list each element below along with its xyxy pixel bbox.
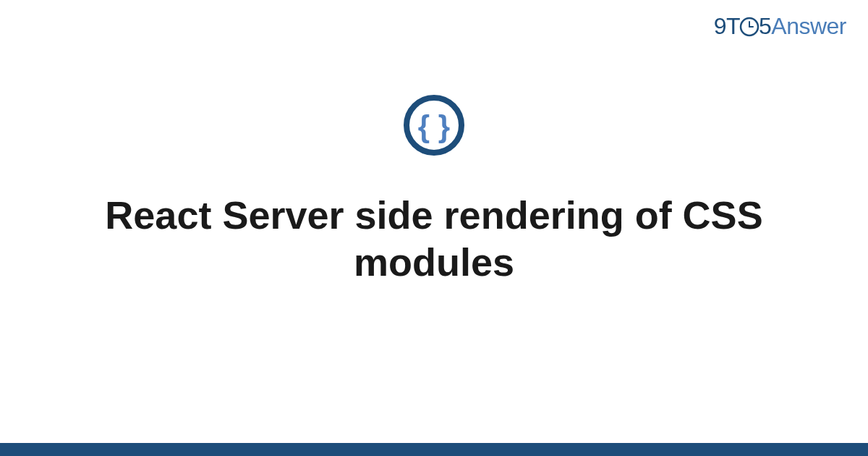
brand-part-answer: Answer	[771, 13, 846, 39]
main-content: { } React Server side rendering of CSS m…	[0, 94, 868, 286]
brand-part-9: 9	[714, 13, 726, 39]
brand-part-t: T	[726, 13, 740, 39]
svg-text:{ }: { }	[418, 109, 450, 143]
brand-part-5: 5	[759, 13, 771, 39]
brand-logo: 9T5Answer	[714, 13, 846, 40]
footer-accent-bar	[0, 443, 868, 456]
page-title: React Server side rendering of CSS modul…	[72, 192, 796, 286]
code-braces-icon: { }	[403, 94, 465, 159]
clock-o-icon	[739, 17, 760, 37]
brand-logo-text: 9T5Answer	[714, 13, 846, 39]
